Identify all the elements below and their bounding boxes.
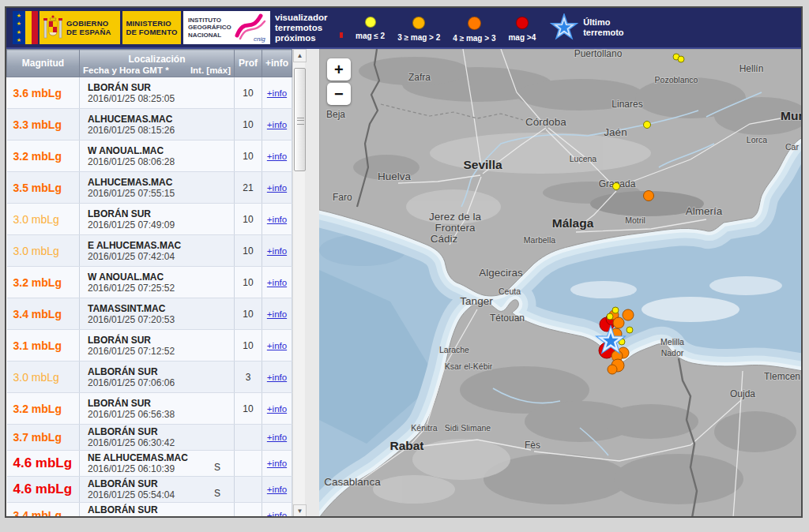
location-name: LBORÁN SUR xyxy=(88,82,204,93)
city-label: Málaga xyxy=(552,216,594,230)
magnitude-value: 3.0 mbLg xyxy=(13,371,59,384)
scrollbar-thumb[interactable] xyxy=(294,68,306,171)
scroll-down-button[interactable]: ▼ xyxy=(293,504,307,518)
city-label: Motril xyxy=(625,215,645,225)
city-label: Oujda xyxy=(730,388,755,399)
depth-value: 10 xyxy=(235,77,262,109)
depth-value xyxy=(235,451,262,477)
info-link[interactable]: +info xyxy=(267,152,287,161)
city-label: Sidi Slimane xyxy=(445,423,491,433)
legend-label: mag ≤ 2 xyxy=(356,32,385,40)
quake-marker[interactable] xyxy=(613,317,624,328)
event-datetime: 2016/01/25 07:55:15 xyxy=(88,188,204,199)
info-link[interactable]: +info xyxy=(267,404,287,414)
ign-line1: INSTITUTO xyxy=(188,17,235,24)
city-label: Sevilla xyxy=(463,158,502,171)
eu-spain-flag: ★★★★ xyxy=(13,11,38,44)
location-name: ALBORÁN SUR xyxy=(88,504,204,515)
magnitude-value: 3.5 mbLg xyxy=(13,182,62,194)
info-link[interactable]: +info xyxy=(267,183,287,193)
table-row: 3.1 mbLgLBORÁN SUR2016/01/25 07:12:5210+… xyxy=(7,330,292,362)
info-link[interactable]: +info xyxy=(267,88,287,98)
table-row: 3.0 mbLgE ALHUCEMAS.MAC2016/01/25 07:42:… xyxy=(7,235,292,267)
info-link[interactable]: +info xyxy=(267,246,287,256)
intensity-value: S xyxy=(204,488,231,500)
spain-flag-yellow xyxy=(25,11,32,44)
ign-line2: GEOGRÁFICO xyxy=(188,24,235,32)
info-link[interactable]: +info xyxy=(267,215,287,224)
city-label: Lorca xyxy=(747,135,767,144)
depth-value: 10 xyxy=(235,267,262,298)
legend-label: 3 ≥ mag > 2 xyxy=(397,33,440,42)
app-window: ★★★★ GOBIERNO DE ESPAÑA xyxy=(5,6,803,518)
info-link[interactable]: +info xyxy=(267,309,287,319)
city-label: Rabat xyxy=(389,439,423,452)
event-datetime: 2016/01/25 07:20:53 xyxy=(88,314,204,325)
info-link[interactable]: +info xyxy=(267,341,287,350)
event-datetime: 2016/01/25 05:54:04 xyxy=(88,489,204,500)
quake-marker[interactable] xyxy=(643,191,653,201)
zoom-in-button[interactable]: + xyxy=(327,58,351,81)
earthquake-table: Magnitud Localización Fecha y Hora GMT *… xyxy=(6,49,292,518)
scroll-up-button[interactable]: ▲ xyxy=(293,49,307,62)
magnitude-value: 3.6 mbLg xyxy=(13,87,62,99)
ign-line3: NACIONAL xyxy=(188,32,235,39)
table-row: 3.0 mbLgLBORÁN SUR2016/01/25 07:49:0910+… xyxy=(7,204,292,235)
app-title: visualizador terremotos próximos xyxy=(275,13,338,43)
event-datetime: 2016/01/25 05:50:32 xyxy=(88,515,204,518)
quake-marker[interactable] xyxy=(678,56,684,62)
depth-value: 3 xyxy=(235,362,262,393)
map-panel[interactable]: PuertollanoZafraPozoblancoHellínBejaLina… xyxy=(319,49,801,518)
quake-marker[interactable] xyxy=(623,309,634,320)
info-link[interactable]: +info xyxy=(267,278,287,287)
quake-marker[interactable] xyxy=(627,327,633,333)
quake-marker[interactable] xyxy=(643,122,650,129)
quake-marker[interactable] xyxy=(612,183,619,190)
city-label: Ksar el-Kébir xyxy=(445,362,493,371)
eu-flag-icon: ★★★★ xyxy=(13,11,25,44)
spain-flag-red xyxy=(32,11,38,44)
city-label: Casablanca xyxy=(324,476,381,488)
info-link[interactable]: +info xyxy=(267,485,287,494)
event-datetime: 2016/01/25 07:06:06 xyxy=(88,377,204,388)
quake-marker[interactable] xyxy=(612,307,619,313)
earthquake-map[interactable]: PuertollanoZafraPozoblancoHellínBejaLina… xyxy=(319,49,801,518)
col-header-localizacion: Localización Fecha y Hora GMT * Int. [má… xyxy=(80,50,235,77)
city-label: Huelva xyxy=(378,170,412,182)
city-label: Ceuta xyxy=(499,287,521,296)
intensity-value xyxy=(204,324,231,325)
location-name: W ANOUAL.MAC xyxy=(88,145,204,156)
zoom-out-button[interactable]: − xyxy=(327,83,351,105)
city-label: Puertollano xyxy=(574,49,623,59)
city-label: Larache xyxy=(439,345,469,354)
ministerio-line2: DE FOMENTO xyxy=(126,28,177,36)
legend-dot-icon xyxy=(468,17,481,30)
city-label: Linares xyxy=(611,99,642,110)
city-label: Car xyxy=(785,142,799,152)
table-row: 3.2 mbLgW ANOUAL.MAC2016/01/25 07:25:521… xyxy=(7,267,292,298)
info-link[interactable]: +info xyxy=(267,433,287,442)
magnitude-value: 4.6 mbLg xyxy=(13,481,73,496)
legend-dot-icon xyxy=(412,17,425,29)
legend-item: mag >4 xyxy=(508,13,536,42)
table-row: 3.0 mbLgALBORÁN SUR2016/01/25 07:06:063+… xyxy=(7,362,292,393)
info-link[interactable]: +info xyxy=(267,373,287,382)
city-label: Tlemcen xyxy=(764,371,800,382)
intensity-value xyxy=(204,197,231,199)
intensity-value xyxy=(204,260,231,262)
quake-marker[interactable] xyxy=(608,365,617,374)
ministerio-logo: MINISTERIO DE FOMENTO xyxy=(122,11,181,44)
table-row: 3.7 mbLgALBORÁN SUR2016/01/25 06:30:42+i… xyxy=(7,425,292,451)
info-link[interactable]: +info xyxy=(267,511,287,518)
table-row: 3.2 mbLgLBORÁN SUR2016/01/25 06:56:3810+… xyxy=(7,393,292,425)
svg-text:cnig: cnig xyxy=(254,36,265,43)
location-name: LBORÁN SUR xyxy=(88,398,204,409)
table-scrollbar[interactable]: ▲ ▼ xyxy=(292,49,305,518)
info-link[interactable]: +info xyxy=(267,459,287,468)
quake-marker[interactable] xyxy=(607,313,613,320)
col-header-fecha: Fecha y Hora GMT * xyxy=(83,66,169,75)
city-label: Mur xyxy=(781,109,801,122)
table-row: 4.6 mbLgNE ALHUCEMAS.MAC2016/01/25 06:10… xyxy=(7,451,292,477)
city-label: Kénitra xyxy=(411,423,437,433)
info-link[interactable]: +info xyxy=(267,120,287,129)
